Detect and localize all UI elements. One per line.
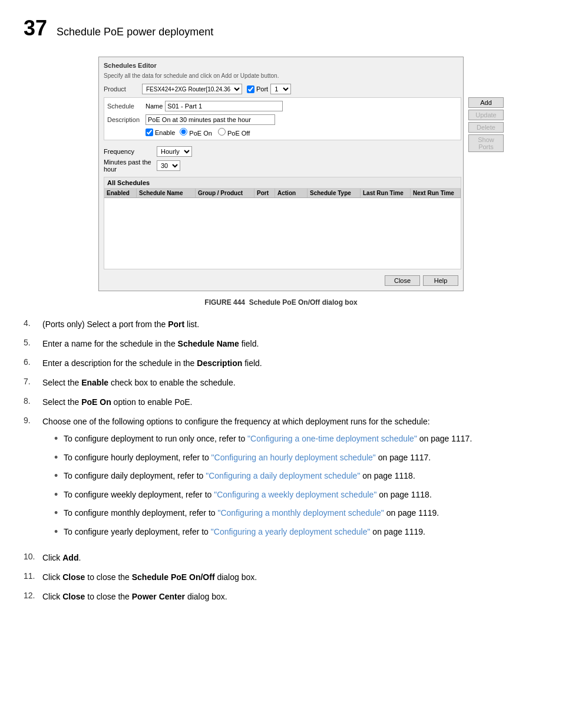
- poe-off-label[interactable]: PoE Off: [218, 128, 250, 137]
- frequency-select[interactable]: Hourly: [157, 146, 192, 157]
- step-5: 5. Enter a name for the schedule in the …: [24, 338, 538, 350]
- col-enabled: Enabled: [104, 189, 137, 197]
- poe-on-label[interactable]: PoE On: [180, 128, 212, 137]
- bullet-dot-6: •: [54, 526, 64, 539]
- col-next-run: Next Run Time: [411, 189, 461, 197]
- bullet-1-text: To configure deployment to run only once…: [64, 433, 472, 445]
- figure-label: FIGURE 444: [204, 298, 245, 307]
- bullet-6: • To configure yearly deployment, refer …: [42, 526, 538, 539]
- close-bold-1: Close: [62, 572, 85, 582]
- port-label: Port: [256, 85, 268, 93]
- dialog-container: Schedules Editor Specify all the data fo…: [24, 57, 538, 291]
- enable-row: Enable PoE On PoE Off: [146, 128, 458, 137]
- main-content: Schedule Name Description Enable: [104, 97, 461, 273]
- col-port: Port: [254, 189, 275, 197]
- add-button[interactable]: Add: [468, 97, 504, 108]
- step-7: 7. Select the Enable check box to enable…: [24, 377, 538, 389]
- col-action: Action: [275, 189, 308, 197]
- col-group-product: Group / Product: [196, 189, 254, 197]
- col-schedule-name: Schedule Name: [137, 189, 196, 197]
- link-weekly[interactable]: "Configuring a weekly deployment schedul…: [214, 490, 376, 499]
- delete-button[interactable]: Delete: [468, 122, 504, 133]
- bullet-dot-1: •: [54, 433, 64, 446]
- port-checkbox[interactable]: [247, 85, 254, 93]
- product-select[interactable]: FESX424+2XG Router[10.24.36.48]: [142, 84, 242, 94]
- step-5-text: Enter a name for the schedule in the Sch…: [42, 338, 538, 350]
- step-7-number: 7.: [24, 377, 42, 386]
- help-button[interactable]: Help: [423, 275, 458, 286]
- poe-off-radio[interactable]: [218, 128, 226, 136]
- description-bold: Description: [197, 358, 242, 368]
- bullet-3-text: To configure daily deployment, refer to …: [64, 470, 415, 482]
- link-monthly[interactable]: "Configuring a monthly deployment schedu…: [217, 508, 384, 518]
- chapter-number: 37: [24, 18, 47, 39]
- minutes-label: Minutes past the hour: [104, 159, 157, 173]
- main-area: Schedule Name Description Enable: [104, 97, 458, 273]
- step-12: 12. Click Close to close the Power Cente…: [24, 591, 538, 603]
- link-hourly[interactable]: "Configuring an hourly deployment schedu…: [211, 453, 376, 462]
- step-8-text: Select the PoE On option to enable PoE.: [42, 396, 538, 409]
- table-body: [104, 198, 461, 269]
- col-schedule-type: Schedule Type: [308, 189, 361, 197]
- step-10-number: 10.: [24, 552, 42, 561]
- product-label: Product: [104, 85, 142, 93]
- bullet-2-text: To configure hourly deployment, refer to…: [64, 452, 431, 464]
- show-ports-button[interactable]: Show Ports: [468, 134, 504, 152]
- bullet-6-text: To configure yearly deployment, refer to…: [64, 526, 425, 538]
- enable-checkbox[interactable]: [146, 129, 153, 136]
- bullet-1: • To configure deployment to run only on…: [42, 433, 538, 446]
- step-4: 4. (Ports only) Select a port from the P…: [24, 318, 538, 331]
- all-schedules-section: All Schedules Enabled Schedule Name Grou…: [104, 177, 461, 269]
- bullet-dot-2: •: [54, 452, 64, 465]
- figure-caption: FIGURE 444 Schedule PoE On/Off dialog bo…: [24, 298, 538, 307]
- frequency-row: Frequency Hourly: [104, 146, 461, 157]
- step-10-text: Click Add.: [42, 552, 538, 564]
- close-button[interactable]: Close: [385, 275, 420, 286]
- step-7-text: Select the Enable check box to enable th…: [42, 377, 538, 389]
- port-select[interactable]: 1: [270, 84, 291, 94]
- poe-on-bold: PoE On: [81, 397, 111, 407]
- name-input[interactable]: [165, 101, 283, 111]
- link-yearly[interactable]: "Configuring a yearly deployment schedul…: [211, 527, 371, 536]
- step-6-text: Enter a description for the schedule in …: [42, 357, 538, 370]
- minutes-row: Minutes past the hour 30: [104, 159, 461, 173]
- link-one-time[interactable]: "Configuring a one-time deployment sched…: [247, 434, 417, 443]
- bullet-5: • To configure monthly deployment, refer…: [42, 507, 538, 520]
- bullet-2: • To configure hourly deployment, refer …: [42, 452, 538, 465]
- dialog-title-bar: Schedules Editor: [104, 62, 458, 69]
- step-12-text: Click Close to close the Power Center di…: [42, 591, 538, 603]
- enable-label: Enable: [155, 129, 175, 136]
- step-9-number: 9.: [24, 416, 42, 425]
- table-header: Enabled Schedule Name Group / Product Po…: [104, 189, 461, 198]
- step-4-number: 4.: [24, 318, 42, 328]
- step-6-number: 6.: [24, 357, 42, 367]
- frequency-label: Frequency: [104, 148, 157, 155]
- step-10: 10. Click Add.: [24, 552, 538, 564]
- poe-on-radio[interactable]: [180, 128, 187, 136]
- step-11-number: 11.: [24, 571, 42, 581]
- poe-radio-group: PoE On PoE Off: [180, 128, 250, 137]
- bullet-5-text: To configure monthly deployment, refer t…: [64, 507, 439, 519]
- step-11: 11. Click Close to close the Schedule Po…: [24, 571, 538, 584]
- enable-bold: Enable: [81, 378, 108, 387]
- schedule-name-bold: Schedule Name: [178, 339, 239, 348]
- schedule-poe-bold: Schedule PoE On/Off: [132, 572, 215, 582]
- schedule-name-row: Schedule Name: [107, 101, 458, 111]
- name-sublabel: Name: [146, 103, 163, 110]
- step-12-number: 12.: [24, 591, 42, 600]
- step-11-text: Click Close to close the Schedule PoE On…: [42, 571, 538, 584]
- bullet-list: • To configure deployment to run only on…: [42, 433, 538, 539]
- bullet-4-text: To configure weekly deployment, refer to…: [64, 489, 432, 501]
- schedule-section: Schedule Name Description Enable: [104, 97, 461, 140]
- steps-list: 4. (Ports only) Select a port from the P…: [24, 318, 538, 603]
- minutes-select[interactable]: 30: [157, 160, 180, 171]
- bullet-dot-3: •: [54, 470, 64, 483]
- dialog-bottom-row: Close Help: [104, 275, 458, 286]
- description-label: Description: [107, 116, 146, 123]
- link-daily[interactable]: "Configuring a daily deployment schedule…: [206, 471, 360, 480]
- update-button[interactable]: Update: [468, 110, 504, 120]
- step-4-text: (Ports only) Select a port from the Port…: [42, 318, 538, 331]
- step-6: 6. Enter a description for the schedule …: [24, 357, 538, 370]
- description-input[interactable]: [146, 114, 275, 125]
- bullet-dot-4: •: [54, 489, 64, 502]
